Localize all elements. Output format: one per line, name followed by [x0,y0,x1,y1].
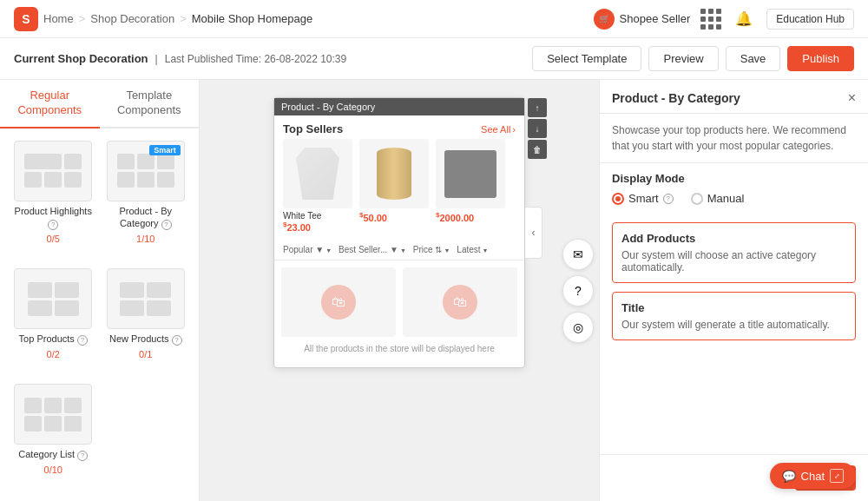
product-card-3[interactable]: $2000.00 [436,139,505,233]
tab-best-seller[interactable]: Best Seller... ▼ [339,243,406,256]
item-preview-new [107,268,185,329]
panel-close-button[interactable]: × [848,90,856,106]
education-hub-button[interactable]: Education Hub [766,9,854,30]
component-header-label: Product - By Category [281,102,375,112]
shirt-image [296,148,339,200]
panel-header: Product - By Category × [600,80,868,114]
sidebar-items-grid: Product Highlights ? 0/5 Smart Product -… [0,129,199,501]
sidebar: Regular Components Template Components P… [0,80,200,501]
home-link[interactable]: Home [43,12,74,25]
product-image-3 [436,139,505,208]
manual-radio-button[interactable] [691,193,703,205]
save-button[interactable]: Save [726,46,781,71]
info-icon-catlist[interactable]: ? [77,451,88,461]
info-icon-new[interactable]: ? [172,335,182,346]
seller-name: Shopee Seller [620,12,691,25]
right-panel: Product - By Category × Showcase your to… [599,80,868,501]
panel-display-mode-section: Display Mode Smart ? Manual [600,163,868,222]
product-scroll-row: White Tee $23.00 $50.00 [274,139,524,240]
canvas-action-buttons: ↑ ↓ 🗑 [528,98,547,159]
toolbar-info: Current Shop Decoration | Last Published… [14,52,346,65]
tab-template-components[interactable]: Template Components [100,80,200,129]
top-nav-right: 🛒 Shopee Seller 🔔 Education Hub [594,7,854,30]
product-price-1: $23.00 [283,221,352,233]
electronics-image [444,150,496,198]
item-label-new: New Products ? [109,333,182,346]
item-count-top: 0/2 [47,349,60,359]
canvas-move-up-button[interactable]: ↑ [528,98,547,117]
smart-radio-label[interactable]: Smart ? [612,192,674,205]
tab-popular[interactable]: Popular ▼ [283,243,332,256]
canvas-sort-tabs: Popular ▼ Best Seller... ▼ Price ⇅ Lates… [274,240,524,260]
select-template-button[interactable]: Select Template [532,46,641,71]
item-count-catlist: 0/10 [44,465,62,475]
tab-regular-components[interactable]: Regular Components [0,80,100,129]
preview-button[interactable]: Preview [648,46,718,71]
tab-latest[interactable]: Latest [457,243,488,256]
item-count-category: 1/10 [136,234,155,244]
chat-expand-icon[interactable]: ⤢ [830,469,844,483]
sidebar-item-product-highlights[interactable]: Product Highlights ? 0/5 [12,141,95,258]
help-float-icon[interactable]: ? [562,275,594,307]
panel-title: Product - By Category [612,91,740,105]
item-label-top: Top Products ? [19,333,88,346]
sidebar-item-by-category[interactable]: Smart Product - By Category ? 1/10 [105,141,187,258]
item-count-highlights: 0/5 [47,234,60,244]
notification-icon[interactable]: 🔔 [732,7,756,30]
product-card-2[interactable]: $50.00 [359,139,429,233]
sidebar-item-category-list[interactable]: Category List ? 0/10 [12,384,95,489]
title-section-label: Title [621,301,846,314]
sidebar-item-new-products[interactable]: New Products ? 0/1 [105,268,187,373]
sidebar-item-top-products[interactable]: Top Products ? 0/2 [12,268,95,373]
smart-radio-text: Smart [628,192,659,205]
canvas-move-down-button[interactable]: ↓ [528,119,547,138]
panel-description: Showcase your top products here. We reco… [600,114,868,163]
phone-canvas: Product - By Category Top Sellers See Al… [273,97,525,368]
add-products-section: Add Products Our system will choose an a… [612,222,856,283]
collapse-sidebar-button[interactable]: ‹ [525,207,542,259]
smart-badge: Smart [149,145,181,155]
tab-price[interactable]: Price ⇅ [413,243,450,256]
seller-badge: 🛒 Shopee Seller [594,9,691,30]
breadcrumb-sep2: > [180,12,187,25]
item-label-highlights: Product Highlights ? [12,205,95,230]
main-area: Regular Components Template Components P… [0,80,868,501]
manual-radio-label[interactable]: Manual [691,192,745,205]
canvas-delete-button[interactable]: 🗑 [528,140,547,159]
shopee-placeholder-logo-1: 🛍 [321,285,356,320]
product-price-2: $50.00 [359,211,429,223]
info-icon-top[interactable]: ? [77,335,88,346]
side-float-buttons: ✉ ? ◎ [557,234,599,348]
info-icon-category[interactable]: ? [161,220,172,230]
add-products-title: Add Products [621,232,846,245]
product-price-3: $2000.00 [436,211,505,223]
item-preview-highlights [14,141,92,201]
smart-info-icon[interactable]: ? [663,194,674,204]
smart-radio-button[interactable] [612,193,624,205]
decoration-label: Current Shop Decoration [14,52,148,65]
item-preview-catlist [14,384,92,445]
shop-decoration-link[interactable]: Shop Decoration [90,12,174,25]
shopee-logo-icon: S [14,7,38,31]
title-section: Title Our system will generate a title a… [612,292,856,340]
product-card-1[interactable]: White Tee $23.00 [283,139,352,233]
publish-button[interactable]: Publish [787,46,854,71]
info-icon-highlights[interactable]: ? [48,220,58,230]
see-all-link[interactable]: See All › [481,124,516,135]
breadcrumb-sep1: > [79,12,86,25]
chat-float-icon[interactable]: ✉ [562,239,594,270]
component-header: Product - By Category [274,98,524,115]
item-label-category: Product - By Category ? [105,205,187,230]
chat-icon: 💬 [782,470,796,483]
add-products-desc: Our system will choose an active categor… [621,249,846,274]
title-section-desc: Our system will generate a title automat… [621,319,846,331]
chat-button[interactable]: 💬 Chat ⤢ [770,463,856,489]
apps-grid-icon[interactable] [700,9,721,30]
canvas-footer-text: All the products in the store will be di… [281,337,517,360]
canvas-placeholder-1: 🛍 [281,267,396,337]
canvas-product-grid: 🛍 🛍 [281,267,517,337]
chat-label: Chat [801,470,825,483]
toolbar-divider: | [155,53,158,65]
settings-float-icon[interactable]: ◎ [562,312,594,343]
display-mode-label: Display Mode [612,172,856,185]
